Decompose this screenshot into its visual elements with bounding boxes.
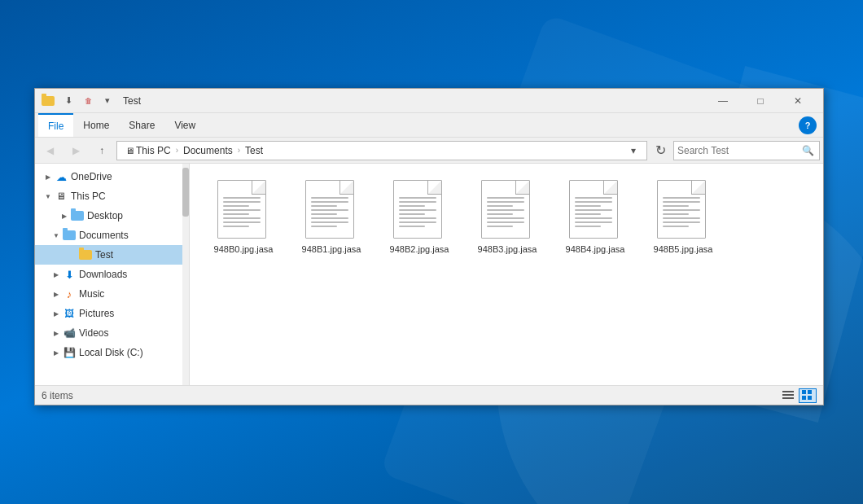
sidebar-scrollbar[interactable] xyxy=(182,164,189,385)
search-box: 🔍 xyxy=(673,141,820,160)
file-line xyxy=(399,217,436,219)
main-area: ▶ ☁ OneDrive ▼ 🖥 This PC ▶ Des xyxy=(35,164,823,385)
file-line xyxy=(663,226,689,227)
expand-music[interactable]: ▶ xyxy=(50,287,63,300)
nav-forward-button[interactable]: ▶ xyxy=(64,141,87,160)
file-item-3[interactable]: 948B3.jpg.jasa xyxy=(467,177,548,258)
svg-rect-0 xyxy=(782,391,794,392)
svg-rect-6 xyxy=(808,396,812,400)
expand-desktop[interactable]: ▶ xyxy=(58,209,71,222)
sidebar-label-desktop: Desktop xyxy=(87,210,123,221)
file-line xyxy=(487,209,524,211)
help-button[interactable]: ? xyxy=(799,116,817,134)
file-line xyxy=(575,209,612,211)
address-path[interactable]: 🖥 This PC › Documents › Test ▾ xyxy=(116,141,647,160)
view-details-button[interactable] xyxy=(779,388,797,403)
sidebar-item-onedrive[interactable]: ▶ ☁ OneDrive xyxy=(35,167,189,186)
view-large-icons-button[interactable] xyxy=(799,388,817,403)
file-line xyxy=(575,205,601,207)
file-line xyxy=(311,209,348,211)
quick-access-btn-2[interactable]: 🗑 xyxy=(79,92,97,110)
sidebar-label-test: Test xyxy=(95,249,113,261)
expand-downloads[interactable]: ▶ xyxy=(50,268,63,281)
sidebar-label-thispc: This PC xyxy=(71,191,106,202)
path-chevron-2: › xyxy=(238,146,240,155)
window-title: Test xyxy=(123,95,704,107)
sidebar-label-onedrive: OneDrive xyxy=(71,171,112,182)
sidebar-item-downloads[interactable]: ▶ ⬇ Downloads xyxy=(35,265,189,284)
file-line xyxy=(487,205,513,207)
file-item-0[interactable]: 948B0.jpg.jasa xyxy=(203,177,284,258)
computer-icon: 🖥 xyxy=(55,190,68,203)
file-item-1[interactable]: 948B1.jpg.jasa xyxy=(291,177,372,258)
file-item-5[interactable]: 948B5.jpg.jasa xyxy=(642,177,724,258)
file-name-5: 948B5.jpg.jasa xyxy=(654,243,713,255)
menu-tab-view[interactable]: View xyxy=(164,113,205,137)
svg-rect-1 xyxy=(782,394,794,396)
quick-access-dropdown[interactable]: ▾ xyxy=(99,92,116,110)
close-button[interactable]: ✕ xyxy=(779,89,817,113)
sidebar-scrollbar-thumb[interactable] xyxy=(182,168,189,217)
quick-access-btn-1[interactable]: ⬇ xyxy=(59,92,77,110)
file-line xyxy=(487,221,524,223)
expand-thispc[interactable]: ▼ xyxy=(42,190,55,203)
file-line xyxy=(311,205,337,207)
sidebar-item-music[interactable]: ▶ ♪ Music xyxy=(35,284,189,304)
sidebar-item-thispc[interactable]: ▼ 🖥 This PC xyxy=(35,186,189,206)
music-icon: ♪ xyxy=(63,287,76,300)
search-input[interactable] xyxy=(677,145,799,156)
expand-localdisk[interactable]: ▶ xyxy=(50,346,63,359)
file-line xyxy=(399,205,425,207)
nav-up-button[interactable]: ↑ xyxy=(90,141,113,160)
file-line xyxy=(399,221,436,223)
generic-file-0 xyxy=(217,180,266,239)
file-line xyxy=(311,221,348,223)
folder-title-icon xyxy=(42,94,55,107)
file-line xyxy=(575,213,601,215)
menu-tab-file[interactable]: File xyxy=(38,113,73,137)
view-toggle xyxy=(779,388,817,403)
sidebar-item-videos[interactable]: ▶ 📹 Videos xyxy=(35,323,189,343)
file-item-2[interactable]: 948B2.jpg.jasa xyxy=(379,177,460,258)
svg-rect-2 xyxy=(782,397,794,399)
minimize-button[interactable]: — xyxy=(704,89,742,113)
path-test[interactable]: Test xyxy=(242,143,266,158)
svg-rect-3 xyxy=(802,390,806,394)
onedrive-icon: ☁ xyxy=(55,170,68,183)
sidebar-item-documents[interactable]: ▼ Documents xyxy=(35,226,189,245)
file-line xyxy=(663,213,689,215)
file-grid: 948B0.jpg.jasa xyxy=(196,170,817,265)
expand-documents[interactable]: ▼ xyxy=(50,229,63,242)
menu-tab-home[interactable]: Home xyxy=(73,113,119,137)
sidebar-item-test[interactable]: Test xyxy=(35,245,189,265)
file-line xyxy=(399,226,425,227)
expand-videos[interactable]: ▶ xyxy=(50,327,63,340)
file-name-4: 948B4.jpg.jasa xyxy=(566,243,625,255)
search-button[interactable]: 🔍 xyxy=(799,142,816,159)
expand-pictures[interactable]: ▶ xyxy=(50,307,63,320)
sidebar-item-desktop[interactable]: ▶ Desktop xyxy=(35,206,189,226)
file-line xyxy=(487,213,513,215)
expand-onedrive[interactable]: ▶ xyxy=(42,170,55,183)
title-bar: ⬇ 🗑 ▾ Test — □ ✕ xyxy=(35,89,823,113)
sidebar-label-videos: Videos xyxy=(79,327,108,339)
file-line xyxy=(223,226,249,227)
file-name-2: 948B2.jpg.jasa xyxy=(390,243,449,255)
path-dropdown-btn[interactable]: ▾ xyxy=(625,141,642,160)
maximize-button[interactable]: □ xyxy=(742,89,779,113)
path-documents[interactable]: Documents xyxy=(180,143,236,158)
path-this-pc[interactable]: 🖥 This PC xyxy=(122,143,174,158)
large-icons-view-icon xyxy=(802,390,813,401)
refresh-button[interactable]: ↻ xyxy=(651,141,670,160)
disk-icon: 💾 xyxy=(63,346,76,359)
item-count: 6 items xyxy=(42,390,73,401)
sidebar-item-pictures[interactable]: ▶ 🖼 Pictures xyxy=(35,304,189,323)
file-line xyxy=(311,201,348,203)
menu-tab-share[interactable]: Share xyxy=(119,113,164,137)
file-line xyxy=(223,213,249,215)
file-item-4[interactable]: 948B4.jpg.jasa xyxy=(554,177,636,258)
nav-back-button[interactable]: ◀ xyxy=(38,141,61,160)
file-line xyxy=(399,209,436,211)
sidebar-item-localdisk[interactable]: ▶ 💾 Local Disk (C:) xyxy=(35,343,189,362)
sidebar-label-pictures: Pictures xyxy=(79,308,114,319)
